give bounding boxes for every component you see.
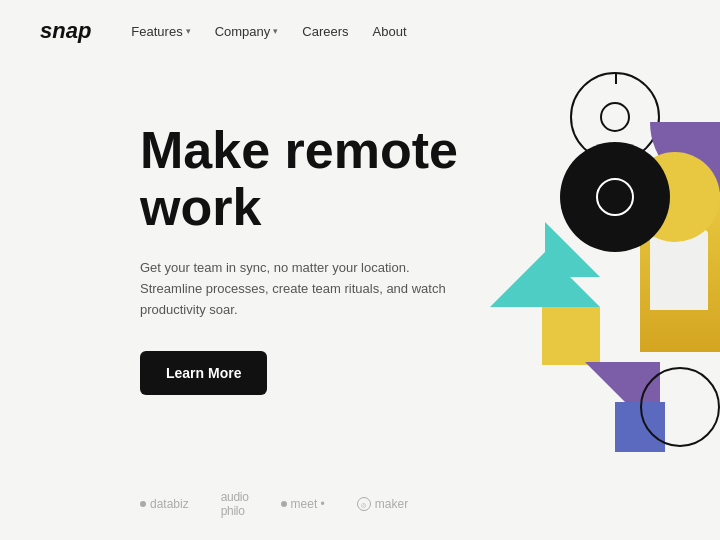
logo-maker: ◎ maker xyxy=(357,497,408,511)
logo-audiophile-text: audiophilo xyxy=(221,490,249,518)
logo-databiz-text: databiz xyxy=(150,497,189,511)
hero-subtitle: Get your team in sync, no matter your lo… xyxy=(140,258,450,320)
nav-careers[interactable]: Careers xyxy=(302,24,348,39)
logo[interactable]: snap xyxy=(40,18,91,44)
chevron-down-icon: ▾ xyxy=(186,26,191,36)
nav-company[interactable]: Company ▾ xyxy=(215,24,279,39)
logos-row: databiz audiophilo meet • ◎ maker xyxy=(0,490,720,518)
circle-icon: ◎ xyxy=(357,497,371,511)
dot-icon xyxy=(140,501,146,507)
logo-meet-text: meet • xyxy=(291,497,325,511)
navbar: snap Features ▾ Company ▾ Careers About xyxy=(0,0,720,62)
nav-about[interactable]: About xyxy=(373,24,407,39)
logo-maker-text: maker xyxy=(375,497,408,511)
nav-features[interactable]: Features ▾ xyxy=(131,24,190,39)
chevron-down-icon: ▾ xyxy=(273,26,278,36)
logo-databiz: databiz xyxy=(140,497,189,511)
dot-icon xyxy=(281,501,287,507)
big-black-circle xyxy=(560,142,670,252)
hero-section: Make remote work Get your team in sync, … xyxy=(0,62,720,482)
big-circle-inner-ring xyxy=(596,178,634,216)
logo-meet: meet • xyxy=(281,497,325,511)
learn-more-button[interactable]: Learn More xyxy=(140,351,267,395)
vertical-line xyxy=(615,74,617,84)
logo-audiophile: audiophilo xyxy=(221,490,249,518)
nav-links: Features ▾ Company ▾ Careers About xyxy=(131,24,406,39)
